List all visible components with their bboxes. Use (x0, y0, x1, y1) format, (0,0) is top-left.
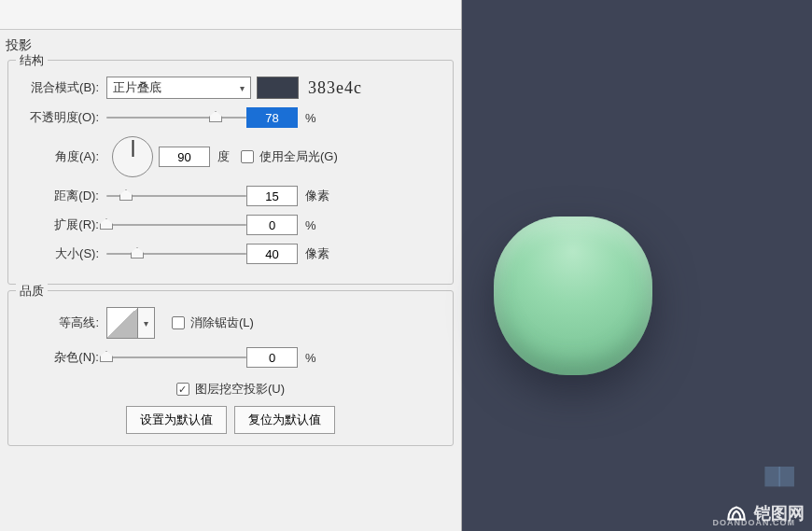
noise-unit: % (305, 351, 316, 365)
distance-unit: 像素 (305, 188, 329, 204)
spread-slider[interactable] (106, 217, 246, 233)
canvas-preview: ▇▇ 铠图网 DOANDOAN.COM (462, 0, 812, 531)
opacity-row: 不透明度(O): % (18, 107, 443, 128)
blend-mode-value: 正片叠底 (113, 79, 161, 96)
spread-unit: % (305, 218, 316, 232)
contour-label: 等高线: (18, 314, 106, 331)
size-label: 大小(S): (18, 245, 106, 262)
angle-input[interactable] (159, 147, 210, 167)
knockout-checkbox[interactable]: ✓ (176, 383, 189, 396)
quality-fieldset: 品质 等高线: ▾ 消除锯齿(L) 杂色(N): % ✓ 图层挖空投影(U) 设… (7, 290, 454, 446)
chevron-down-icon: ▾ (240, 83, 245, 93)
watermark-url: DOANDOAN.COM (713, 518, 796, 527)
distance-label: 距离(D): (18, 188, 106, 204)
distance-input[interactable] (246, 186, 298, 206)
global-light-checkbox[interactable] (241, 150, 254, 163)
blend-mode-row: 混合模式(B): 正片叠底 ▾ 383e4c (18, 77, 443, 99)
quality-legend: 品质 (16, 283, 48, 300)
panel-top-strip (0, 0, 461, 30)
spread-input[interactable] (246, 215, 298, 235)
opacity-label: 不透明度(O): (18, 109, 106, 126)
effect-title: 投影 (0, 30, 461, 58)
opacity-unit: % (305, 111, 316, 125)
reset-default-button[interactable]: 复位为默认值 (234, 406, 335, 434)
size-row: 大小(S): 像素 (18, 244, 443, 264)
knockout-label: 图层挖空投影(U) (195, 381, 285, 398)
size-input[interactable] (246, 244, 298, 264)
spread-row: 扩展(R): % (18, 215, 443, 235)
color-hex-annotation: 383e4c (308, 78, 362, 98)
structure-fieldset: 结构 混合模式(B): 正片叠底 ▾ 383e4c 不透明度(O): % 角度(… (7, 60, 454, 285)
noise-slider[interactable] (106, 349, 246, 366)
angle-unit: 度 (217, 148, 230, 165)
angle-label: 角度(A): (18, 148, 106, 165)
chevron-down-icon: ▾ (144, 318, 148, 328)
antialias-label: 消除锯齿(L) (190, 314, 254, 331)
preview-shape (494, 217, 652, 375)
watermark-badge: ▇▇ (765, 464, 793, 486)
default-buttons-row: 设置为默认值 复位为默认值 (18, 406, 443, 434)
noise-input[interactable] (246, 347, 298, 368)
knockout-row: ✓ 图层挖空投影(U) (18, 381, 443, 398)
size-slider[interactable] (106, 245, 246, 262)
blend-mode-label: 混合模式(B): (18, 79, 106, 96)
opacity-slider[interactable] (106, 109, 246, 126)
global-light-label: 使用全局光(G) (259, 148, 338, 165)
noise-row: 杂色(N): % (18, 347, 443, 368)
contour-dropdown[interactable]: ▾ (138, 307, 155, 339)
set-default-button[interactable]: 设置为默认值 (126, 406, 227, 434)
structure-legend: 结构 (16, 52, 48, 69)
size-unit: 像素 (305, 245, 329, 262)
opacity-input[interactable] (246, 107, 298, 128)
angle-dial[interactable] (112, 136, 153, 177)
contour-preview[interactable] (106, 307, 138, 339)
blend-mode-dropdown[interactable]: 正片叠底 ▾ (106, 77, 251, 99)
angle-row: 角度(A): 度 使用全局光(G) (18, 136, 443, 177)
layer-style-panel: 投影 结构 混合模式(B): 正片叠底 ▾ 383e4c 不透明度(O): % … (0, 0, 462, 531)
noise-label: 杂色(N): (18, 349, 106, 366)
contour-row: 等高线: ▾ 消除锯齿(L) (18, 307, 443, 339)
shadow-color-swatch[interactable] (257, 77, 299, 99)
antialias-checkbox[interactable] (172, 316, 185, 329)
distance-row: 距离(D): 像素 (18, 186, 443, 206)
spread-label: 扩展(R): (18, 217, 106, 233)
distance-slider[interactable] (106, 188, 246, 204)
watermark: 铠图网 DOANDOAN.COM (724, 501, 805, 525)
